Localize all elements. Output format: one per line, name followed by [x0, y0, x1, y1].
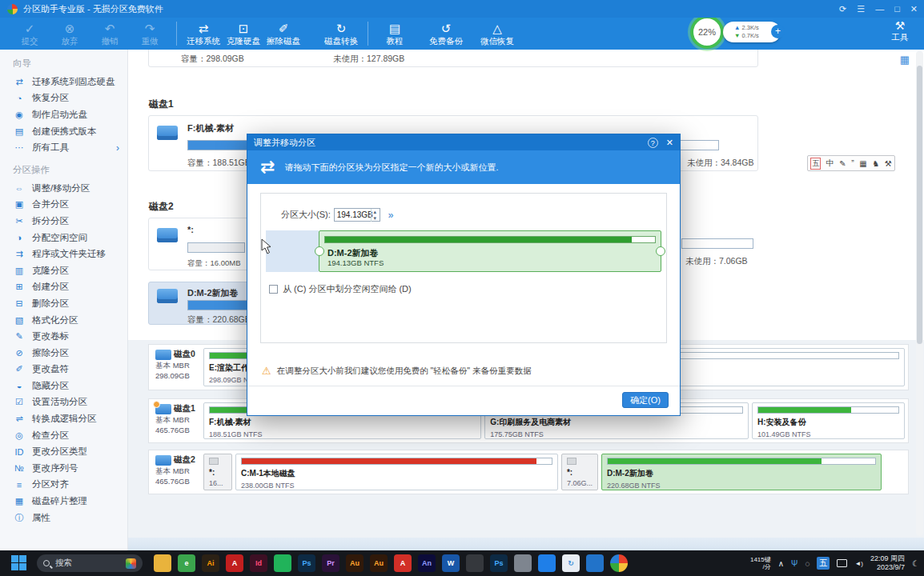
- left-resize-handle[interactable]: [315, 246, 324, 256]
- taskbar-app-icon[interactable]: [514, 554, 532, 572]
- menu-icon[interactable]: ☰: [857, 4, 865, 14]
- taskbar-app-icon[interactable]: [274, 554, 291, 572]
- sidebar-item-hide-partition[interactable]: ◒ 隐藏分区: [0, 378, 127, 394]
- taskbar-app-icon[interactable]: Ps: [298, 554, 315, 572]
- tutorial-button[interactable]: ▤ 教程: [375, 22, 415, 46]
- partition-block-h[interactable]: H:安装及备份 101.49GB NTFS: [752, 402, 905, 439]
- taskbar-app-icon[interactable]: W: [442, 554, 460, 572]
- refresh-icon[interactable]: ⟳: [839, 4, 846, 14]
- partition-card-e-partial[interactable]: 容量：298.09GB 未使用：127.89GB: [148, 50, 758, 67]
- sidebar-item-clone-partition[interactable]: ▥ 克隆分区: [0, 262, 127, 279]
- help-icon[interactable]: ?: [648, 138, 658, 148]
- dialog-titlebar[interactable]: 调整并移动分区 ? ✕: [247, 134, 680, 150]
- taskbar-app-icon[interactable]: Au: [346, 554, 364, 572]
- microphone-icon[interactable]: Ψ: [791, 559, 797, 568]
- ime-settings-icon[interactable]: ⚒: [885, 159, 892, 168]
- sidebar-item-partition-align[interactable]: ≡ 分区对齐: [0, 477, 127, 494]
- sidebar-item-merge[interactable]: ▣ 合并分区: [0, 197, 127, 214]
- sidebar-item-set-active[interactable]: ☑ 设置活动分区: [0, 394, 127, 411]
- discard-button[interactable]: ⊗ 放弃: [50, 22, 90, 46]
- free-space-segment[interactable]: [266, 230, 319, 272]
- checkbox[interactable]: [269, 285, 278, 294]
- taskbar-app-icon[interactable]: [586, 554, 604, 572]
- start-button[interactable]: [11, 555, 27, 571]
- taskbar-app-icon[interactable]: [538, 554, 556, 572]
- minimize-button[interactable]: —: [875, 4, 884, 14]
- taskbar-app-icon[interactable]: Ai: [202, 554, 219, 572]
- sidebar-item-defrag[interactable]: ▦ 磁盘碎片整理: [0, 493, 127, 510]
- taskbar-app-icon[interactable]: Pr: [322, 554, 339, 572]
- taskbar-app-icon[interactable]: A: [394, 554, 412, 572]
- ime-keyboard-icon[interactable]: ▦: [859, 159, 866, 168]
- cpu-usage-ring[interactable]: 22%: [690, 15, 724, 49]
- disk-convert-button[interactable]: ↻ 磁盘转换: [321, 22, 361, 46]
- view-toggle-icon[interactable]: ▦: [900, 54, 910, 66]
- sidebar-item-boot-disc[interactable]: ◉ 制作启动光盘: [0, 106, 127, 123]
- add-widget-button[interactable]: +: [771, 25, 785, 38]
- tools-button[interactable]: ⚒ 工具: [884, 19, 916, 43]
- undo-button[interactable]: ↶ 撤销: [90, 22, 130, 46]
- wipe-disk-button[interactable]: ✐ 擦除磁盘: [263, 22, 303, 46]
- ime-pen-icon[interactable]: ✎: [839, 159, 846, 168]
- sidebar-item-resize-move[interactable]: ⇔ 调整/移动分区: [0, 180, 127, 197]
- scrollbar-thumb[interactable]: [917, 66, 922, 344]
- ime-toolbar[interactable]: 五 中 ✎ ” ▦ ♞ ⚒: [807, 155, 895, 171]
- taskbar-app-icon[interactable]: Au: [370, 554, 388, 572]
- sidebar-item-change-type-id[interactable]: ID 更改分区类型: [0, 443, 127, 460]
- migrate-system-button[interactable]: ⇄ 迁移系统: [183, 22, 223, 46]
- taskbar-app-icon[interactable]: [154, 554, 171, 572]
- taskbar-app-icon[interactable]: An: [418, 554, 436, 572]
- sidebar-item-delete-partition[interactable]: ⊟ 删除分区: [0, 295, 127, 312]
- taskbar-app-icon-partition-assistant[interactable]: [610, 554, 628, 572]
- dialog-close-icon[interactable]: ✕: [666, 138, 673, 148]
- allocate-from-c-option[interactable]: 从 (C) 分区中划分空闲空间给 (D): [269, 283, 412, 295]
- sidebar-item-split[interactable]: ✂ 拆分分区: [0, 213, 127, 230]
- sidebar-item-check-partition[interactable]: ◎ 检查分区: [0, 427, 127, 444]
- sidebar-item-wipe-partition[interactable]: ⊘ 擦除分区: [0, 345, 127, 362]
- taskbar-search[interactable]: 搜索: [37, 554, 143, 572]
- wechat-recovery-button[interactable]: △ 微信恢复: [477, 22, 517, 46]
- ime-chinese-icon[interactable]: 中: [826, 158, 834, 169]
- free-backup-button[interactable]: ↺ 免费备份: [426, 22, 466, 46]
- sidebar-item-format-partition[interactable]: ▧ 格式化分区: [0, 312, 127, 329]
- sidebar-item-migrate-to-ssd[interactable]: ⇄ 迁移系统到固态硬盘: [0, 74, 127, 90]
- disk2-info[interactable]: 磁盘2 基本 MBR 465.76GB: [149, 450, 200, 494]
- disk0-info[interactable]: 磁盘0 基本 MBR 298.09GB: [149, 345, 200, 390]
- partition-block-reserved2[interactable]: *: 7.06G...: [561, 454, 598, 490]
- display-icon[interactable]: [837, 559, 847, 567]
- partition-segment[interactable]: D:M-2新加卷 194.13GB NTFS: [319, 230, 661, 272]
- ime-language-icon[interactable]: 五: [817, 557, 830, 570]
- sidebar-item-create-partition[interactable]: ⊞ 创建分区: [0, 279, 127, 296]
- partition-block-reserved1[interactable]: *: 16...: [203, 454, 232, 490]
- taskbar-app-icon[interactable]: Ps: [490, 554, 508, 572]
- partition-block-d-selected[interactable]: D:M-2新加卷 220.68GB NTFS: [601, 454, 882, 490]
- redo-button[interactable]: ↷ 重做: [130, 22, 170, 46]
- apply-button[interactable]: ✓ 提交: [10, 22, 50, 46]
- night-mode-icon[interactable]: ☾: [912, 559, 919, 568]
- partition-size-input[interactable]: 194.13GB ▲▼: [334, 208, 380, 222]
- sidebar-item-all-tools[interactable]: ⋯ 所有工具 ›: [0, 139, 127, 156]
- sidebar-item-portable-version[interactable]: ▤ 创建便携式版本: [0, 123, 127, 140]
- maximize-button[interactable]: □: [894, 4, 900, 14]
- ime-emoji-icon[interactable]: ♞: [872, 159, 879, 168]
- sidebar-item-allocate-free-space[interactable]: ◑ 分配空闲空间: [0, 230, 127, 246]
- taskbar-app-icon[interactable]: ↻: [562, 554, 580, 572]
- close-button[interactable]: ✕: [910, 4, 918, 14]
- sidebar-item-convert-logical[interactable]: ⇌ 转换成逻辑分区: [0, 410, 127, 427]
- taskbar-app-icon[interactable]: A: [226, 554, 243, 572]
- partition-card-reserved[interactable]: *: 容量：16.00MB: [148, 218, 255, 270]
- sidebar-item-change-letter[interactable]: ✐ 更改盘符: [0, 362, 127, 378]
- clone-disk-button[interactable]: ⊡ 克隆硬盘: [223, 22, 263, 46]
- sidebar-item-app-mover[interactable]: ⇉ 程序或文件夹迁移: [0, 246, 127, 262]
- partition-block-c[interactable]: C:M-1本地磁盘 238.00GB NTFS: [235, 454, 558, 490]
- ime-punct-icon[interactable]: ”: [851, 159, 854, 168]
- right-resize-handle[interactable]: [656, 246, 665, 256]
- sidebar-item-change-serial[interactable]: № 更改序列号: [0, 460, 127, 477]
- tray-chevron-icon[interactable]: ∧: [778, 559, 784, 568]
- sidebar-item-change-label[interactable]: ✎ 更改卷标: [0, 328, 127, 345]
- ime-mode-icon[interactable]: 五: [810, 158, 821, 170]
- taskbar-app-icon[interactable]: e: [178, 554, 195, 572]
- tray-circle-icon[interactable]: ◌: [805, 559, 810, 568]
- ok-button[interactable]: 确定(O): [622, 392, 669, 408]
- sidebar-item-recover-partition[interactable]: ◔ 恢复分区: [0, 90, 127, 107]
